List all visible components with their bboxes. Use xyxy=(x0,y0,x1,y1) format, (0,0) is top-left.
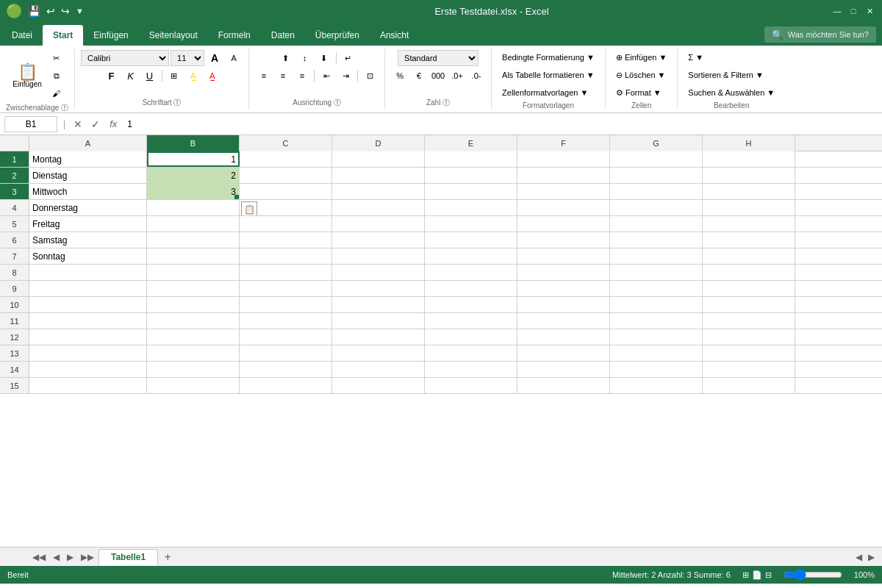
cell-f6[interactable] xyxy=(517,232,610,248)
cancel-formula-button[interactable]: ✕ xyxy=(71,118,85,130)
cell-d3[interactable] xyxy=(332,184,425,199)
row-header-1[interactable]: 1 xyxy=(0,151,29,167)
cell-d14[interactable] xyxy=(332,362,425,377)
cell-c11[interactable] xyxy=(240,313,332,329)
page-layout-button[interactable]: 📄 xyxy=(752,570,762,580)
decrease-indent-button[interactable]: ⇤ xyxy=(318,68,335,84)
cell-c7[interactable] xyxy=(240,248,332,264)
corner-cell[interactable] xyxy=(0,135,29,151)
thousand-sep-button[interactable]: 000 xyxy=(429,68,447,84)
autofill-handle[interactable] xyxy=(234,195,240,199)
cell-d11[interactable] xyxy=(332,313,425,329)
font-name-select[interactable]: Calibri Arial Times New Roman xyxy=(81,50,169,66)
cell-f11[interactable] xyxy=(517,313,610,329)
cell-e15[interactable] xyxy=(425,378,517,393)
cell-d9[interactable] xyxy=(332,281,425,296)
cell-h7[interactable] xyxy=(703,248,795,264)
tab-datei[interactable]: Datei xyxy=(1,25,43,46)
cell-a3[interactable]: Mittwoch xyxy=(29,184,147,199)
sort-filter-button[interactable]: Sortieren & Filtern ▼ xyxy=(684,68,768,82)
cell-c5[interactable] xyxy=(240,216,332,232)
cell-g8[interactable] xyxy=(610,265,703,280)
normal-view-button[interactable]: ⊞ xyxy=(742,570,749,580)
cell-b9[interactable] xyxy=(147,281,240,296)
cell-a15[interactable] xyxy=(29,378,147,393)
cell-h15[interactable] xyxy=(703,378,795,393)
row-header-10[interactable]: 10 xyxy=(0,297,29,312)
cell-g11[interactable] xyxy=(610,313,703,329)
bold-button[interactable]: F xyxy=(103,68,121,84)
conditional-format-button[interactable]: Bedingte Formatierung ▼ xyxy=(498,50,599,65)
col-header-b[interactable]: B xyxy=(147,135,240,151)
cell-c2[interactable] xyxy=(240,168,332,183)
cell-g5[interactable] xyxy=(610,216,703,232)
cell-f1[interactable] xyxy=(517,151,610,167)
quick-save-icon[interactable]: 💾 xyxy=(28,5,40,17)
cell-d7[interactable] xyxy=(332,248,425,264)
cell-f7[interactable] xyxy=(517,248,610,264)
cell-f10[interactable] xyxy=(517,297,610,312)
scroll-right-icon[interactable]: ▶ xyxy=(868,552,875,562)
cell-b5[interactable] xyxy=(147,216,240,232)
cell-h10[interactable] xyxy=(703,297,795,312)
cell-b3[interactable]: 3 xyxy=(147,184,240,199)
sheet-nav-right[interactable]: ▶▶ xyxy=(78,552,97,562)
cell-d1[interactable] xyxy=(332,151,425,167)
row-header-11[interactable]: 11 xyxy=(0,313,29,329)
autosum-button[interactable]: Σ ▼ xyxy=(684,50,708,65)
redo-icon[interactable]: ↪ xyxy=(61,5,70,17)
align-middle-button[interactable]: ↕ xyxy=(296,50,314,66)
cell-d6[interactable] xyxy=(332,232,425,248)
sheet-tab-tabelle1[interactable]: Tabelle1 xyxy=(98,549,158,565)
col-header-e[interactable]: E xyxy=(425,135,517,151)
cell-a12[interactable] xyxy=(29,329,147,345)
cell-c10[interactable] xyxy=(240,297,332,312)
cell-e8[interactable] xyxy=(425,265,517,280)
page-break-button[interactable]: ⊟ xyxy=(765,570,772,580)
cell-g12[interactable] xyxy=(610,329,703,345)
qa-dropdown-icon[interactable]: ▼ xyxy=(76,7,84,15)
cell-f13[interactable] xyxy=(517,345,610,361)
merge-cells-button[interactable]: ⊡ xyxy=(361,68,379,84)
scroll-left-icon[interactable]: ◀ xyxy=(856,552,862,562)
align-center-button[interactable]: ≡ xyxy=(274,68,292,84)
col-header-g[interactable]: G xyxy=(610,135,703,151)
cell-a7[interactable]: Sonntag xyxy=(29,248,147,264)
cell-b7[interactable] xyxy=(147,248,240,264)
underline-button[interactable]: U xyxy=(141,68,159,84)
cell-c6[interactable] xyxy=(240,232,332,248)
format-cells-button[interactable]: ⚙ Format ▼ xyxy=(612,85,666,100)
fill-color-button[interactable]: A̲ xyxy=(184,68,202,84)
wrap-text-button[interactable]: ↵ xyxy=(340,50,357,66)
copy-button[interactable]: ⧉ xyxy=(48,68,65,84)
insert-cells-button[interactable]: ⊕ Einfügen ▼ xyxy=(612,50,671,65)
sheet-nav-left[interactable]: ◀◀ xyxy=(29,552,49,562)
cell-b11[interactable] xyxy=(147,313,240,329)
cell-b13[interactable] xyxy=(147,345,240,361)
cell-f5[interactable] xyxy=(517,216,610,232)
cell-d12[interactable] xyxy=(332,329,425,345)
cell-h3[interactable] xyxy=(703,184,795,199)
currency-button[interactable]: € xyxy=(410,68,428,84)
cell-a5[interactable]: Freitag xyxy=(29,216,147,232)
cell-e3[interactable] xyxy=(425,184,517,199)
increase-indent-button[interactable]: ⇥ xyxy=(337,68,354,84)
cell-f15[interactable] xyxy=(517,378,610,393)
minimize-button[interactable]: — xyxy=(831,4,844,18)
row-header-6[interactable]: 6 xyxy=(0,232,29,248)
cell-e2[interactable] xyxy=(425,168,517,183)
cell-b4[interactable] xyxy=(147,200,240,215)
cell-g6[interactable] xyxy=(610,232,703,248)
cell-g13[interactable] xyxy=(610,345,703,361)
tab-ueberprufen[interactable]: Überprüfen xyxy=(305,25,370,46)
maximize-button[interactable]: □ xyxy=(847,4,860,18)
font-color-button[interactable]: A̲ xyxy=(204,68,221,84)
cell-f12[interactable] xyxy=(517,329,610,345)
cell-b6[interactable] xyxy=(147,232,240,248)
cell-e11[interactable] xyxy=(425,313,517,329)
cell-f9[interactable] xyxy=(517,281,610,296)
cell-e13[interactable] xyxy=(425,345,517,361)
cell-e1[interactable] xyxy=(425,151,517,167)
delete-cells-button[interactable]: ⊖ Löschen ▼ xyxy=(612,68,670,82)
format-as-table-button[interactable]: Als Tabelle formatieren ▼ xyxy=(498,68,599,82)
